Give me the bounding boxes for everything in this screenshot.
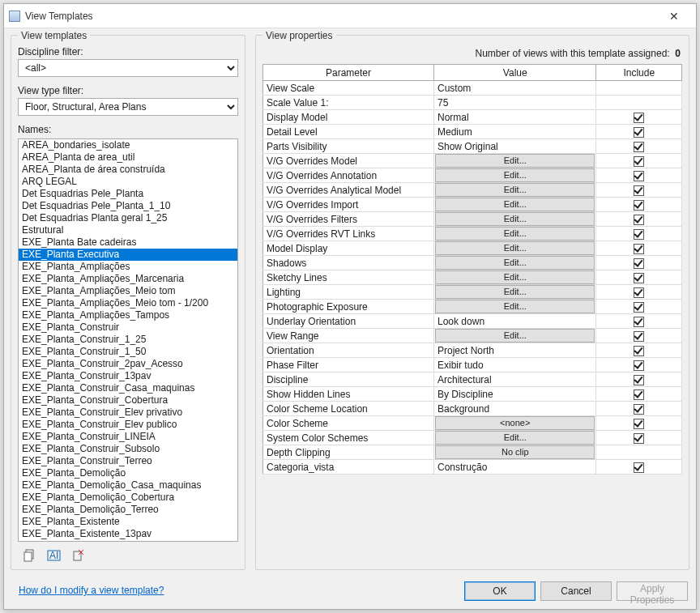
list-item[interactable]: EXE_Planta_Existente_Cobertura bbox=[19, 540, 237, 542]
list-item[interactable]: EXE_Planta_Demolição_Casa_maquinas bbox=[19, 479, 237, 492]
value-edit-button[interactable]: No clip bbox=[435, 445, 595, 459]
include-checkbox[interactable] bbox=[634, 156, 644, 167]
value-cell[interactable]: Custom bbox=[434, 81, 596, 96]
value-edit-button[interactable]: Edit... bbox=[435, 285, 595, 299]
value-cell[interactable]: Construção bbox=[434, 460, 596, 475]
value-cell[interactable]: Edit... bbox=[434, 241, 596, 256]
list-item[interactable]: EXE_Planta_Construir_2pav_Acesso bbox=[19, 358, 237, 370]
list-item[interactable]: EXE_Planta_Construir_Terreo bbox=[19, 455, 237, 467]
value-edit-button[interactable]: <none> bbox=[435, 416, 595, 430]
value-edit-button[interactable]: Edit... bbox=[435, 183, 595, 197]
include-checkbox[interactable] bbox=[634, 229, 644, 240]
list-item[interactable]: EXE_Planta_Construir_Elev privativo bbox=[19, 407, 237, 419]
value-cell[interactable]: By Discipline bbox=[434, 387, 596, 402]
value-cell[interactable]: 75 bbox=[434, 96, 596, 110]
list-item[interactable]: EXE_Planta_Ampliações bbox=[19, 261, 237, 273]
include-checkbox[interactable] bbox=[634, 390, 644, 400]
include-checkbox[interactable] bbox=[634, 317, 644, 327]
list-item[interactable]: EXE_Planta_Demolição_Terreo bbox=[19, 504, 237, 516]
list-item[interactable]: EXE_Planta_Existente bbox=[19, 516, 237, 528]
list-item[interactable]: EXE_Planta_Demolição_Cobertura bbox=[19, 492, 237, 504]
value-cell[interactable]: Edit... bbox=[434, 212, 596, 227]
view-type-filter-combo[interactable]: Floor, Structural, Area Plans bbox=[18, 98, 238, 116]
delete-template-icon[interactable] bbox=[71, 548, 86, 563]
value-cell[interactable]: Edit... bbox=[434, 168, 596, 183]
cancel-button[interactable]: Cancel bbox=[540, 581, 612, 601]
list-item[interactable]: EXE_Planta_Construir bbox=[19, 321, 237, 334]
ok-button[interactable]: OK bbox=[464, 581, 536, 601]
list-item[interactable]: Det Esquadrias Planta geral 1_25 bbox=[19, 212, 237, 224]
value-edit-button[interactable]: Edit... bbox=[435, 212, 595, 226]
list-item[interactable]: EXE_Planta_Construir_Cobertura bbox=[19, 394, 237, 407]
include-checkbox[interactable] bbox=[634, 185, 644, 196]
include-checkbox[interactable] bbox=[634, 215, 644, 225]
value-edit-button[interactable]: Edit... bbox=[435, 241, 595, 255]
col-header-parameter[interactable]: Parameter bbox=[263, 65, 434, 81]
list-item[interactable]: EXE_Planta_Existente_13pav bbox=[19, 528, 237, 540]
value-edit-button[interactable]: Edit... bbox=[435, 256, 595, 270]
close-button[interactable]: ✕ bbox=[657, 5, 691, 28]
value-cell[interactable]: Edit... bbox=[434, 300, 596, 314]
include-checkbox[interactable] bbox=[634, 142, 644, 152]
list-item[interactable]: EXE_Planta_Construir_Casa_maquinas bbox=[19, 382, 237, 394]
value-edit-button[interactable]: Edit... bbox=[435, 300, 595, 313]
include-checkbox[interactable] bbox=[634, 287, 644, 298]
value-cell[interactable]: Edit... bbox=[434, 431, 596, 445]
value-cell[interactable]: Edit... bbox=[434, 198, 596, 212]
include-checkbox[interactable] bbox=[634, 171, 644, 181]
include-checkbox[interactable] bbox=[634, 375, 644, 385]
discipline-filter-combo[interactable]: <all> bbox=[18, 59, 238, 77]
value-edit-button[interactable]: Edit... bbox=[435, 270, 595, 284]
list-item[interactable]: EXE_Planta_Ampliações_Meio tom - 1/200 bbox=[19, 297, 237, 309]
value-cell[interactable]: Edit... bbox=[434, 329, 596, 343]
include-checkbox[interactable] bbox=[634, 331, 644, 342]
value-cell[interactable]: Edit... bbox=[434, 183, 596, 198]
list-item[interactable]: EXE_Planta_Construir_Subsolo bbox=[19, 443, 237, 455]
list-item[interactable]: EXE_Planta_Demolição bbox=[19, 467, 237, 479]
list-item[interactable]: AREA_Planta de area_util bbox=[19, 151, 237, 164]
value-edit-button[interactable]: Edit... bbox=[435, 431, 595, 445]
properties-grid[interactable]: Parameter Value Include View ScaleCustom… bbox=[262, 64, 682, 475]
value-cell[interactable]: No clip bbox=[434, 445, 596, 460]
include-checkbox[interactable] bbox=[634, 200, 644, 211]
duplicate-template-icon[interactable] bbox=[23, 548, 37, 563]
list-item[interactable]: ARQ LEGAL bbox=[19, 176, 237, 188]
list-item[interactable]: Estrutural bbox=[19, 224, 237, 236]
value-edit-button[interactable]: Edit... bbox=[435, 227, 595, 241]
value-cell[interactable]: Edit... bbox=[434, 227, 596, 241]
value-cell[interactable]: <none> bbox=[434, 416, 596, 431]
value-edit-button[interactable]: Edit... bbox=[435, 329, 595, 343]
value-cell[interactable]: Normal bbox=[434, 110, 596, 125]
value-cell[interactable]: Project North bbox=[434, 343, 596, 358]
value-cell[interactable]: Edit... bbox=[434, 154, 596, 168]
col-header-value[interactable]: Value bbox=[434, 65, 596, 81]
value-edit-button[interactable]: Edit... bbox=[435, 198, 595, 211]
value-edit-button[interactable]: Edit... bbox=[435, 154, 595, 168]
list-item[interactable]: EXE_Planta_Construir_1_50 bbox=[19, 346, 237, 358]
col-header-include[interactable]: Include bbox=[596, 65, 682, 81]
names-listbox[interactable]: AREA_bondaries_isolateAREA_Planta de are… bbox=[18, 138, 238, 542]
rename-template-icon[interactable]: AI bbox=[47, 548, 62, 563]
value-cell[interactable]: Edit... bbox=[434, 270, 596, 285]
value-cell[interactable]: Architectural bbox=[434, 372, 596, 387]
include-checkbox[interactable] bbox=[634, 302, 644, 313]
include-checkbox[interactable] bbox=[634, 433, 644, 444]
list-item[interactable]: EXE_Planta_Ampliações_Meio tom bbox=[19, 285, 237, 297]
include-checkbox[interactable] bbox=[634, 273, 644, 283]
include-checkbox[interactable] bbox=[634, 419, 644, 429]
list-item[interactable]: EXE_Planta_Construir_1_25 bbox=[19, 334, 237, 346]
include-checkbox[interactable] bbox=[634, 404, 644, 415]
list-item[interactable]: EXE_Planta_Construir_13pav bbox=[19, 370, 237, 382]
value-cell[interactable]: Edit... bbox=[434, 256, 596, 270]
list-item[interactable]: AREA_Planta de área construída bbox=[19, 164, 237, 176]
list-item[interactable]: EXE_Planta_Ampliações_Tampos bbox=[19, 309, 237, 321]
include-checkbox[interactable] bbox=[634, 462, 644, 473]
value-cell[interactable]: Look down bbox=[434, 314, 596, 329]
value-cell[interactable]: Exibir tudo bbox=[434, 358, 596, 372]
list-item[interactable]: EXE_Planta_Construir_Elev publico bbox=[19, 419, 237, 431]
value-cell[interactable]: Background bbox=[434, 402, 596, 416]
include-checkbox[interactable] bbox=[634, 113, 644, 123]
include-checkbox[interactable] bbox=[634, 258, 644, 269]
list-item[interactable]: AREA_bondaries_isolate bbox=[19, 139, 237, 151]
list-item[interactable]: Det Esquadrias Pele_Planta bbox=[19, 188, 237, 200]
